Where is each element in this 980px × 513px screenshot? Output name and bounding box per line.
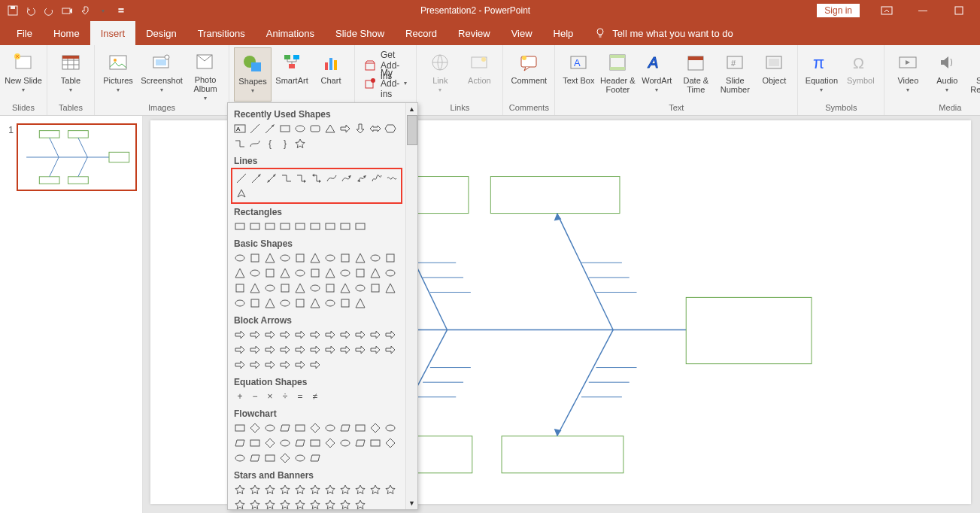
basic-shape-icon[interactable] bbox=[323, 266, 338, 281]
block-arrow-icon[interactable] bbox=[247, 342, 262, 357]
block-arrow-icon[interactable] bbox=[383, 327, 398, 342]
basic-shape-icon[interactable] bbox=[368, 281, 383, 296]
line-elbow-icon[interactable] bbox=[279, 171, 294, 186]
basic-shape-icon[interactable] bbox=[262, 296, 278, 311]
rect-variant-icon[interactable] bbox=[338, 219, 353, 234]
block-arrow-icon[interactable] bbox=[368, 327, 383, 342]
line-elbow-arrow-icon[interactable] bbox=[294, 171, 309, 186]
line-curved-icon[interactable] bbox=[324, 171, 339, 186]
star-shape-icon[interactable] bbox=[293, 482, 308, 497]
eq-minus-icon[interactable]: − bbox=[247, 389, 262, 404]
block-arrow-icon[interactable] bbox=[338, 342, 353, 357]
block-arrow-icon[interactable] bbox=[308, 342, 323, 357]
slidenum-button[interactable]: #Slide Number bbox=[716, 47, 754, 102]
flowchart-shape-icon[interactable] bbox=[338, 436, 353, 451]
ribbon-display-icon[interactable] bbox=[870, 0, 903, 21]
shape-arrowline-icon[interactable] bbox=[262, 121, 278, 136]
block-arrow-icon[interactable] bbox=[353, 342, 368, 357]
block-arrow-icon[interactable] bbox=[323, 342, 338, 357]
eq-neq-icon[interactable]: ≠ bbox=[308, 389, 323, 404]
basic-shape-icon[interactable] bbox=[338, 296, 353, 311]
eq-div-icon[interactable]: ÷ bbox=[278, 389, 293, 404]
basic-shape-icon[interactable] bbox=[293, 281, 308, 296]
fish-head-box[interactable] bbox=[686, 297, 812, 363]
line-double-arrow-icon[interactable] bbox=[264, 171, 279, 186]
star-shape-icon[interactable] bbox=[247, 497, 262, 509]
block-arrow-icon[interactable] bbox=[308, 357, 323, 372]
block-arrow-icon[interactable] bbox=[353, 327, 368, 342]
scroll-thumb[interactable] bbox=[407, 115, 417, 145]
basic-shape-icon[interactable] bbox=[247, 266, 262, 281]
scroll-down-icon[interactable]: ▼ bbox=[406, 497, 417, 509]
star-shape-icon[interactable] bbox=[232, 482, 247, 497]
line-freeform-icon[interactable] bbox=[369, 171, 384, 186]
basic-shape-icon[interactable] bbox=[278, 281, 293, 296]
basic-shape-icon[interactable] bbox=[262, 281, 278, 296]
wordart-button[interactable]: AWordArt▾ bbox=[638, 47, 675, 102]
flowchart-shape-icon[interactable] bbox=[323, 436, 338, 451]
star-shape-icon[interactable] bbox=[278, 482, 293, 497]
basic-shape-icon[interactable] bbox=[247, 296, 262, 311]
basic-shape-icon[interactable] bbox=[338, 266, 353, 281]
basic-shape-icon[interactable] bbox=[278, 296, 293, 311]
block-arrow-icon[interactable] bbox=[232, 357, 247, 372]
start-from-beginning-icon[interactable] bbox=[59, 2, 75, 19]
flowchart-shape-icon[interactable] bbox=[278, 451, 293, 466]
shape-rect-icon[interactable] bbox=[278, 121, 293, 136]
qat-customize-icon[interactable]: ▾ bbox=[95, 2, 111, 19]
video-button[interactable]: Video▾ bbox=[889, 47, 927, 102]
rect-variant-icon[interactable] bbox=[353, 219, 368, 234]
screenrec-button[interactable]: Screen Recording bbox=[967, 47, 980, 102]
block-arrow-icon[interactable] bbox=[383, 342, 398, 357]
block-arrow-icon[interactable] bbox=[368, 342, 383, 357]
block-arrow-icon[interactable] bbox=[323, 327, 338, 342]
block-arrow-icon[interactable] bbox=[293, 327, 308, 342]
rect-variant-icon[interactable] bbox=[262, 219, 278, 234]
basic-shape-icon[interactable] bbox=[353, 250, 368, 266]
basic-shape-icon[interactable] bbox=[323, 296, 338, 311]
star-shape-icon[interactable] bbox=[262, 497, 278, 509]
basic-shape-icon[interactable] bbox=[323, 250, 338, 266]
star-shape-icon[interactable] bbox=[383, 482, 398, 497]
basic-shape-icon[interactable] bbox=[308, 281, 323, 296]
basic-shape-icon[interactable] bbox=[262, 266, 278, 281]
eq-mult-icon[interactable]: × bbox=[262, 389, 278, 404]
tab-help[interactable]: Help bbox=[543, 21, 584, 45]
pictures-button[interactable]: Pictures▾ bbox=[99, 47, 137, 102]
equation-button[interactable]: πEquation▾ bbox=[803, 47, 840, 102]
shape-arrow-down-icon[interactable] bbox=[353, 121, 368, 136]
save-icon[interactable] bbox=[5, 2, 21, 19]
line-curved-arrow-icon[interactable] bbox=[339, 171, 354, 186]
basic-shape-icon[interactable] bbox=[338, 281, 353, 296]
basic-shape-icon[interactable] bbox=[338, 250, 353, 266]
textbox-button[interactable]: AText Box bbox=[560, 47, 597, 102]
star-shape-icon[interactable] bbox=[308, 482, 323, 497]
flowchart-shape-icon[interactable] bbox=[232, 420, 247, 436]
basic-shape-icon[interactable] bbox=[308, 266, 323, 281]
basic-shape-icon[interactable] bbox=[247, 250, 262, 266]
line-curved-double-icon[interactable] bbox=[354, 171, 369, 186]
header-footer-button[interactable]: Header & Footer bbox=[599, 47, 636, 102]
basic-shape-icon[interactable] bbox=[368, 250, 383, 266]
star-shape-icon[interactable] bbox=[308, 497, 323, 509]
block-arrow-icon[interactable] bbox=[338, 327, 353, 342]
basic-shape-icon[interactable] bbox=[232, 266, 247, 281]
smartart-button[interactable]: SmartArt bbox=[273, 47, 311, 102]
flowchart-shape-icon[interactable] bbox=[293, 420, 308, 436]
basic-shape-icon[interactable] bbox=[383, 266, 398, 281]
rect-variant-icon[interactable] bbox=[278, 219, 293, 234]
flowchart-shape-icon[interactable] bbox=[383, 420, 398, 436]
cause-box-tr[interactable] bbox=[490, 177, 620, 214]
tab-slideshow[interactable]: Slide Show bbox=[325, 21, 395, 45]
block-arrow-icon[interactable] bbox=[278, 327, 293, 342]
basic-shape-icon[interactable] bbox=[278, 266, 293, 281]
shape-triangle-icon[interactable] bbox=[323, 121, 338, 136]
flowchart-shape-icon[interactable] bbox=[293, 451, 308, 466]
star-shape-icon[interactable] bbox=[262, 482, 278, 497]
photo-album-button[interactable]: Photo Album▾ bbox=[187, 47, 224, 102]
basic-shape-icon[interactable] bbox=[353, 281, 368, 296]
shapes-button[interactable]: Shapes▾ bbox=[234, 47, 272, 102]
shape-star-icon[interactable] bbox=[293, 136, 308, 151]
my-addins-button[interactable]: My Add-ins ▾ bbox=[360, 75, 411, 92]
rect-variant-icon[interactable] bbox=[232, 219, 247, 234]
